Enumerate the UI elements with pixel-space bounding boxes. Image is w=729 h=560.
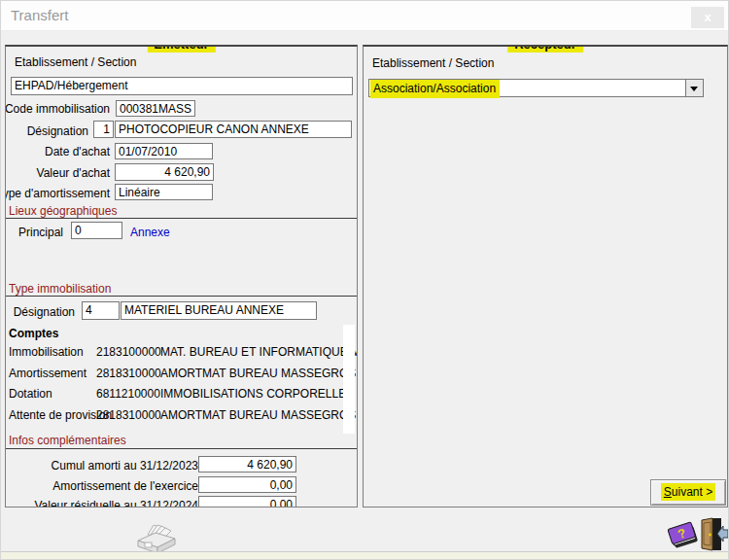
compte-row: Attente de provision 2818310000 AMORTMAT… [6, 408, 357, 423]
transfert-window: Transfert x Emetteur Etablissement / Sec… [0, 0, 729, 560]
type-immo-designation-label: Désignation [14, 305, 75, 319]
code-immobilisation-field[interactable]: 000381MASS [116, 100, 195, 117]
type-immo-designation-field[interactable]: MATERIEL BUREAU ANNEXE [121, 301, 317, 320]
chevron-down-icon[interactable] [685, 80, 703, 96]
type-amortissement-label: Type d'amortissement [5, 187, 110, 200]
cumul-amorti-label: Cumul amorti au 31/12/2023 [52, 459, 198, 472]
annexe-value: Annexe [130, 226, 170, 239]
titlebar: Transfert x [1, 1, 728, 31]
compte-label: Amortissement [9, 367, 87, 380]
valeur-residuelle-field[interactable]: 0,00 [198, 496, 296, 508]
divider [6, 448, 357, 449]
compte-name: MAT. BUREAU ET INFORMATIQUE MA [160, 345, 358, 359]
comptes-title: Comptes [9, 327, 58, 340]
type-amortissement-field[interactable]: Linéaire [115, 184, 213, 200]
designation-label: Désignation [27, 124, 88, 138]
panel-recepteur-title: Récepteur [507, 45, 583, 52]
window-title: Transfert [11, 7, 68, 23]
cumul-amorti-field[interactable]: 4 620,90 [198, 456, 296, 472]
designation-field[interactable]: PHOTOCOPIEUR CANON ANNEXE [115, 121, 352, 138]
panel-emetteur: Emetteur Etablissement / Section EHPAD/H… [5, 45, 358, 508]
comptes-scrollbar[interactable] [343, 325, 355, 434]
valeur-residuelle-label: Valeur résiduelle au 31/12/2024 [34, 499, 198, 508]
compte-account: 2183100000 [96, 345, 161, 359]
suivant-button[interactable]: Suivant > [650, 479, 726, 506]
type-immo-designation-num-field[interactable]: 4 [82, 301, 120, 320]
valeur-achat-field[interactable]: 4 620,90 [115, 163, 214, 181]
emetteur-etablissement-field[interactable]: EHPAD/Hébergement [11, 77, 353, 95]
compte-name: AMORTMAT BUREAU MASSEGROS [160, 408, 356, 422]
compte-name: AMORTMAT BUREAU MASSEGROS [160, 367, 356, 380]
code-immobilisation-label: Code immobilisation [5, 102, 110, 116]
compte-account: 2818310000 [96, 408, 161, 422]
date-achat-field[interactable]: 01/07/2010 [115, 143, 213, 159]
valeur-achat-label: Valeur d'achat [37, 166, 110, 180]
panel-emetteur-title: Emetteur [147, 45, 215, 52]
compte-name: IMMOBILISATIONS CORPORELLES MA [160, 387, 358, 401]
compte-row: Immobilisation 2183100000 MAT. BUREAU ET… [6, 345, 357, 360]
compte-account: 6811210000 [96, 387, 160, 401]
recepteur-etablissement-label: Etablissement / Section [372, 56, 494, 70]
compte-label: Immobilisation [9, 345, 84, 359]
principal-label: Principal [18, 226, 63, 239]
designation-num-field[interactable]: 1 [93, 121, 114, 138]
compte-account: 2818310000 [96, 367, 161, 380]
compte-label: Dotation [9, 387, 52, 401]
principal-field[interactable]: 0 [71, 222, 122, 239]
amortissement-exercice-label: Amortissement de l'exercice [52, 479, 198, 493]
recepteur-etablissement-combobox[interactable]: Association/Association [368, 79, 704, 97]
section-type-immobilisation: Type immobilisation [9, 282, 111, 296]
status-strip [1, 551, 728, 559]
divider [6, 296, 357, 297]
compte-row: Amortissement 2818310000 AMORTMAT BUREAU… [6, 367, 357, 381]
panel-recepteur: Récepteur Etablissement / Section Associ… [363, 45, 728, 508]
section-infos-complementaires: Infos complémentaires [9, 434, 126, 447]
emetteur-etablissement-label: Etablissement / Section [15, 55, 136, 69]
close-icon[interactable]: x [691, 7, 724, 28]
recepteur-etablissement-value: Association/Association [370, 80, 500, 98]
date-achat-label: Date d'achat [45, 145, 110, 158]
compte-row: Dotation 6811210000 IMMOBILISATIONS CORP… [6, 387, 357, 402]
suivant-button-label: Suivant > [661, 483, 715, 501]
section-lieux-geographiques: Lieux géographiques [9, 204, 117, 218]
amortissement-exercice-field[interactable]: 0,00 [198, 476, 296, 493]
divider [6, 218, 357, 219]
